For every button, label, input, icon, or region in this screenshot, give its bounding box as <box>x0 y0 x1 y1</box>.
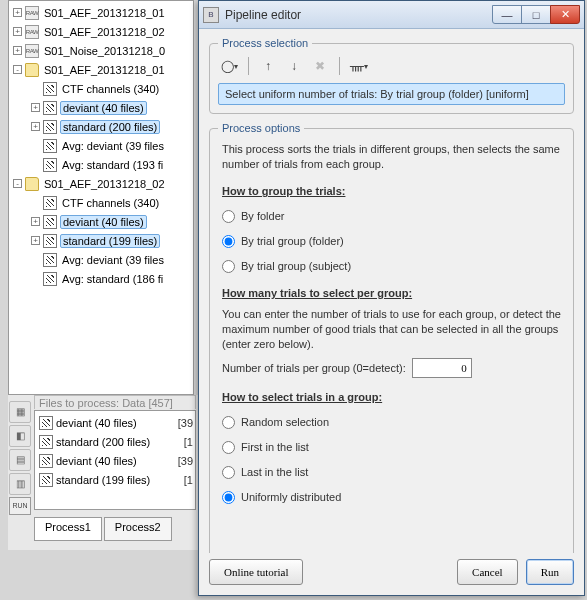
trials-per-group-input[interactable] <box>412 358 472 378</box>
select-option-label: Random selection <box>241 415 329 430</box>
titlebar: B Pipeline editor — □ ✕ <box>199 1 584 29</box>
file-label: deviant (40 files) <box>56 455 137 467</box>
group-option-radio[interactable] <box>222 210 235 223</box>
data-icon <box>43 101 57 115</box>
tree-label[interactable]: Avg: standard (186 fi <box>60 273 165 285</box>
group-option[interactable]: By trial group (subject) <box>222 259 561 274</box>
expand-toggle[interactable]: + <box>13 46 22 55</box>
select-option-label: Last in the list <box>241 465 308 480</box>
file-row[interactable]: deviant (40 files)[39 <box>37 413 193 432</box>
process-tab[interactable]: Process2 <box>104 517 172 541</box>
select-option-radio[interactable] <box>222 441 235 454</box>
tree-row[interactable]: +RAWS01_AEF_20131218_01 <box>9 3 193 22</box>
tool-b-icon[interactable]: ◧ <box>9 425 31 447</box>
select-option[interactable]: First in the list <box>222 440 561 455</box>
tool-a-icon[interactable]: ▦ <box>9 401 31 423</box>
minimize-button[interactable]: — <box>492 5 522 24</box>
tree-label[interactable]: S01_AEF_20131218_01 <box>42 64 167 76</box>
select-option[interactable]: Random selection <box>222 415 561 430</box>
expand-toggle[interactable]: + <box>13 8 22 17</box>
select-option[interactable]: Last in the list <box>222 465 561 480</box>
expand-toggle[interactable]: + <box>31 122 40 131</box>
tree-row[interactable]: CTF channels (340) <box>9 79 193 98</box>
online-tutorial-button[interactable]: Online tutorial <box>209 559 303 585</box>
file-row[interactable]: standard (199 files)[1 <box>37 470 193 489</box>
tree-row[interactable]: -S01_AEF_20131218_01 <box>9 60 193 79</box>
file-row[interactable]: deviant (40 files)[39 <box>37 451 193 470</box>
select-option[interactable]: Uniformly distributed <box>222 490 561 505</box>
select-option-radio[interactable] <box>222 466 235 479</box>
tree-row[interactable]: Avg: deviant (39 files <box>9 136 193 155</box>
data-icon <box>39 435 53 449</box>
move-up-icon[interactable]: ↑ <box>257 55 279 77</box>
process-selection-legend: Process selection <box>218 37 312 49</box>
tree-label[interactable]: deviant (40 files) <box>60 101 147 115</box>
app-icon: B <box>203 7 219 23</box>
close-button[interactable]: ✕ <box>550 5 580 24</box>
tree-row[interactable]: +deviant (40 files) <box>9 212 193 231</box>
process-tabs: Process1Process2 <box>34 517 172 541</box>
tree-label[interactable]: S01_AEF_20131218_02 <box>42 26 167 38</box>
tree-row[interactable]: +deviant (40 files) <box>9 98 193 117</box>
run-mini-button[interactable]: RUN <box>9 497 31 515</box>
count-description: You can enter the number of trials to us… <box>222 307 561 352</box>
run-button[interactable]: Run <box>526 559 574 585</box>
add-process-icon[interactable]: ◯▾ <box>218 55 240 77</box>
tree-row[interactable]: CTF channels (340) <box>9 193 193 212</box>
select-option-radio[interactable] <box>222 416 235 429</box>
data-icon <box>43 120 57 134</box>
expand-toggle[interactable]: - <box>13 179 22 188</box>
pipeline-menu-icon[interactable]: ᚄ▾ <box>348 55 370 77</box>
tree-label[interactable]: Avg: standard (193 fi <box>60 159 165 171</box>
tree-label[interactable]: standard (200 files) <box>60 120 160 134</box>
tree-label[interactable]: S01_AEF_20131218_01 <box>42 7 167 19</box>
file-row[interactable]: standard (200 files)[1 <box>37 432 193 451</box>
selected-process-row[interactable]: Select uniform number of trials: By tria… <box>218 83 565 105</box>
tree-row[interactable]: +standard (200 files) <box>9 117 193 136</box>
expand-toggle[interactable]: + <box>31 103 40 112</box>
tree-label[interactable]: S01_Noise_20131218_0 <box>42 45 167 57</box>
data-icon <box>43 215 57 229</box>
expand-toggle[interactable]: + <box>31 217 40 226</box>
files-list[interactable]: deviant (40 files)[39standard (200 files… <box>34 410 196 510</box>
tree-row[interactable]: Avg: deviant (39 files <box>9 250 193 269</box>
tree-label[interactable]: Avg: deviant (39 files <box>60 140 166 152</box>
select-option-radio[interactable] <box>222 491 235 504</box>
file-label: deviant (40 files) <box>56 417 137 429</box>
tree-row[interactable]: Avg: standard (186 fi <box>9 269 193 288</box>
expand-toggle[interactable]: + <box>13 27 22 36</box>
expand-toggle[interactable]: + <box>31 236 40 245</box>
group-option-radio[interactable] <box>222 260 235 273</box>
tree-row[interactable]: +RAWS01_Noise_20131218_0 <box>9 41 193 60</box>
move-down-icon[interactable]: ↓ <box>283 55 305 77</box>
process-tab[interactable]: Process1 <box>34 517 102 541</box>
expand-toggle[interactable]: - <box>13 65 22 74</box>
ctf-icon <box>43 82 57 96</box>
maximize-button[interactable]: □ <box>521 5 551 24</box>
tool-d-icon[interactable]: ▥ <box>9 473 31 495</box>
cancel-button[interactable]: Cancel <box>457 559 518 585</box>
count-heading: How many trials to select per group: <box>222 286 561 301</box>
database-tree[interactable]: +RAWS01_AEF_20131218_01+RAWS01_AEF_20131… <box>8 0 194 395</box>
tree-row[interactable]: Avg: standard (193 fi <box>9 155 193 174</box>
group-option[interactable]: By folder <box>222 209 561 224</box>
tree-label[interactable]: Avg: deviant (39 files <box>60 254 166 266</box>
tree-label[interactable]: standard (199 files) <box>60 234 160 248</box>
tree-label[interactable]: deviant (40 files) <box>60 215 147 229</box>
tree-row[interactable]: -S01_AEF_20131218_02 <box>9 174 193 193</box>
raw-icon: RAW <box>25 44 39 58</box>
files-toolbar: ▦ ◧ ▤ ▥ RUN <box>8 399 32 544</box>
group-option[interactable]: By trial group (folder) <box>222 234 561 249</box>
tree-label[interactable]: CTF channels (340) <box>60 83 161 95</box>
ctf-icon <box>43 196 57 210</box>
select-option-label: First in the list <box>241 440 309 455</box>
tree-row[interactable]: +RAWS01_AEF_20131218_02 <box>9 22 193 41</box>
tool-c-icon[interactable]: ▤ <box>9 449 31 471</box>
select-option-label: Uniformly distributed <box>241 490 341 505</box>
tree-label[interactable]: S01_AEF_20131218_02 <box>42 178 167 190</box>
tree-row[interactable]: +standard (199 files) <box>9 231 193 250</box>
tree-label[interactable]: CTF channels (340) <box>60 197 161 209</box>
group-option-radio[interactable] <box>222 235 235 248</box>
folder-icon <box>25 63 39 77</box>
delete-process-icon[interactable]: ✖ <box>309 55 331 77</box>
